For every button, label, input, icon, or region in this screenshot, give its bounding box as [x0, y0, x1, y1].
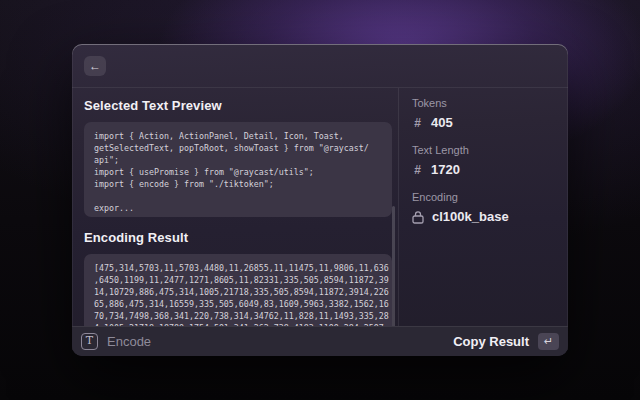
hash-icon: # — [412, 163, 423, 177]
encoding-result-heading: Encoding Result — [84, 230, 392, 245]
tokens-label: Tokens — [412, 97, 556, 109]
encoding-result-code-block: [475,314,5703,11,5703,4480,11,26855,11,1… — [84, 254, 392, 326]
window-header: ← — [72, 44, 568, 88]
lock-icon — [412, 210, 424, 224]
hash-icon: # — [412, 116, 423, 130]
selected-text-heading: Selected Text Preview — [84, 98, 392, 113]
encoding-value-row: cl100k_base — [412, 209, 556, 224]
text-length-value: 1720 — [431, 162, 460, 177]
text-length-label: Text Length — [412, 144, 556, 156]
main-content: Selected Text Preview import { Action, A… — [72, 88, 399, 326]
tokens-value-row: # 405 — [412, 115, 556, 130]
text-length-value-row: # 1720 — [412, 162, 556, 177]
text-command-icon: T — [81, 333, 98, 350]
desktop-background: ← Selected Text Preview import { Action,… — [0, 0, 640, 400]
copy-result-button[interactable]: Copy Result ↵ — [453, 333, 559, 350]
tokens-value: 405 — [431, 115, 453, 130]
scrollbar[interactable] — [392, 206, 395, 326]
encoding-label: Encoding — [412, 191, 556, 203]
metadata-sidebar: Tokens # 405 Text Length # 1720 Encoding — [399, 88, 568, 326]
action-bar: T Encode Copy Result ↵ — [72, 326, 568, 356]
encoding-value: cl100k_base — [432, 209, 509, 224]
back-button[interactable]: ← — [84, 56, 106, 76]
selected-text-code-block: import { Action, ActionPanel, Detail, Ic… — [84, 122, 392, 217]
enter-key-icon: ↵ — [538, 333, 559, 350]
raycast-window: ← Selected Text Preview import { Action,… — [72, 44, 568, 356]
copy-result-label: Copy Result — [453, 334, 529, 349]
command-name-label: Encode — [107, 334, 453, 349]
back-arrow-icon: ← — [89, 59, 101, 73]
window-body: Selected Text Preview import { Action, A… — [72, 88, 568, 326]
